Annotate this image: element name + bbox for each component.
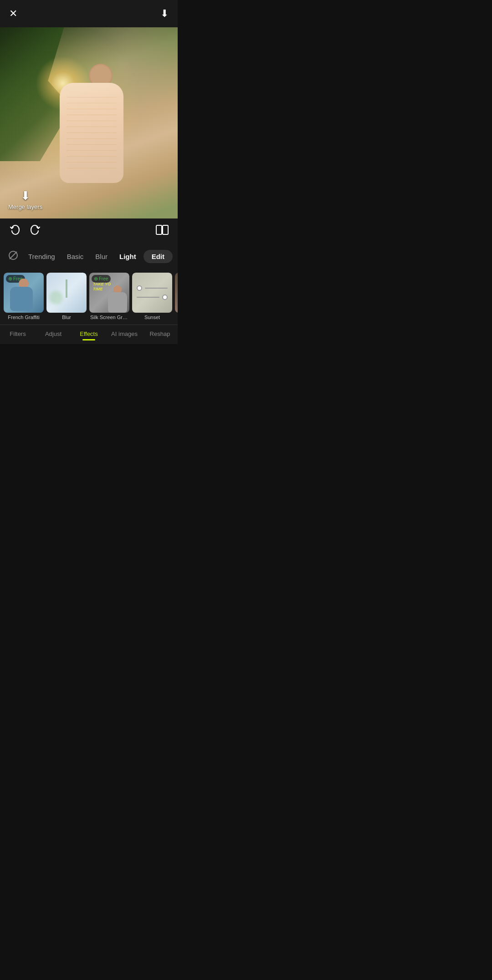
effect-thumb-blur [46,273,87,313]
merge-layers-button[interactable]: ⬇︎ Merge layers [8,190,42,210]
nav-effects-underline [82,339,95,340]
filter-tabs: Trending Basic Blur Light Edit [0,244,178,269]
effect-label-silk-graffiti: Silk Screen Graffiti [89,313,129,321]
effect-sunset[interactable]: Sunset [132,273,172,321]
effect-thumb-old-photo: ⬇ [175,273,178,313]
effects-strip: ⊕ Free French Graffiti Blur [0,269,178,325]
redo-button[interactable] [29,224,41,239]
effect-label-sunset: Sunset [132,313,172,321]
compare-button[interactable] [156,224,169,238]
download-button[interactable]: ⬇ [160,9,169,19]
person-figure [60,64,133,191]
bottom-nav: Filters Adjust Effects AI images Reshap [0,325,178,344]
effect-french-graffiti[interactable]: ⊕ Free French Graffiti [4,273,44,321]
edit-toolbar [0,218,178,244]
toolbar-left [9,224,41,239]
effect-thumb-french-graffiti: ⊕ Free [4,273,44,313]
tab-blur[interactable]: Blur [91,250,112,263]
tab-edit[interactable]: Edit [144,250,173,263]
svg-rect-1 [163,225,168,234]
merge-layers-label: Merge layers [8,203,42,210]
merge-icon: ⬇︎ [20,190,31,202]
effect-thumb-silk-graffiti: ⊕ Free TAKE YOTIME [89,273,129,313]
nav-reshape[interactable]: Reshap [142,330,178,340]
person-body [60,83,123,183]
effect-old-photo[interactable]: ⬇ Old Photo 2 [175,273,178,321]
effect-thumb-sunset [132,273,172,313]
nav-effects[interactable]: Effects [71,330,107,340]
effect-label-french-graffiti: French Graffiti [4,313,44,321]
no-filter-button[interactable] [5,249,21,264]
effect-label-old-photo: Old Photo 2 [175,313,178,321]
nav-filters[interactable]: Filters [0,330,36,340]
undo-button[interactable] [9,224,21,239]
close-button[interactable]: ✕ [9,9,17,19]
effect-silk-graffiti[interactable]: ⊕ Free TAKE YOTIME Silk Screen Graffiti [89,273,129,321]
effect-blur[interactable]: Blur [46,273,87,321]
nav-reshape-label: Reshap [150,330,170,337]
effect-label-blur: Blur [46,313,87,321]
svg-rect-0 [156,225,162,234]
nav-adjust[interactable]: Adjust [36,330,71,340]
svg-line-3 [10,252,17,259]
tab-basic[interactable]: Basic [62,250,88,263]
nav-effects-label: Effects [80,330,98,337]
nav-adjust-label: Adjust [45,330,62,337]
nav-ai-images-label: AI images [111,330,138,337]
main-image: ⬇︎ Merge layers [0,27,178,218]
tab-trending[interactable]: Trending [24,250,60,263]
top-bar: ✕ ⬇ [0,0,178,27]
nav-ai-images[interactable]: AI images [107,330,142,340]
nav-filters-label: Filters [10,330,26,337]
tab-light[interactable]: Light [115,250,141,263]
